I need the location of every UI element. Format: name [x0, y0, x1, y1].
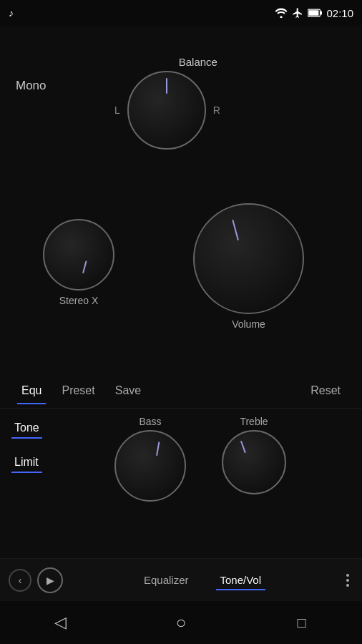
volume-group: Volume — [193, 203, 304, 330]
nav-tab-tonevol[interactable]: Tone/Vol — [206, 568, 276, 592]
balance-right-label: R — [213, 104, 220, 116]
sys-nav-back[interactable]: ◁ — [43, 605, 77, 640]
tab-reset[interactable]: Reset — [300, 377, 351, 404]
svg-rect-2 — [309, 10, 319, 16]
tab-save[interactable]: Save — [105, 377, 151, 404]
stereo-x-group: Stereo X — [43, 219, 114, 306]
stereo-label: Stereo X — [59, 295, 98, 306]
tab-tone[interactable]: Tone — [11, 416, 42, 440]
left-tabs: Tone Limit — [11, 416, 42, 474]
balance-knob[interactable] — [127, 71, 206, 150]
stereo-knob[interactable] — [43, 219, 114, 291]
sys-nav-recent[interactable]: □ — [285, 605, 319, 640]
tab-equ[interactable]: Equ — [11, 377, 52, 404]
status-bar-right: 02:10 — [275, 7, 353, 19]
bass-group: Bass — [114, 416, 186, 502]
play-button[interactable]: ▶ — [37, 567, 63, 593]
sys-nav-home[interactable]: ○ — [164, 605, 198, 640]
balance-left-label: L — [114, 104, 120, 116]
bass-knob[interactable] — [114, 430, 186, 502]
prev-button[interactable]: ‹ — [9, 569, 31, 592]
volume-knob[interactable] — [193, 203, 304, 314]
treble-group: Treble — [222, 416, 286, 494]
tab-limit[interactable]: Limit — [11, 450, 42, 474]
status-bar: ♪ 02:10 — [0, 0, 362, 26]
treble-label: Treble — [240, 416, 268, 427]
status-bar-left: ♪ — [9, 7, 14, 19]
tab-preset[interactable]: Preset — [52, 377, 104, 404]
volume-label: Volume — [232, 318, 265, 330]
balance-label: Balance — [179, 56, 217, 68]
airplane-icon — [292, 7, 303, 19]
wifi-icon — [275, 8, 288, 18]
app-icon: ♪ — [9, 7, 14, 19]
bass-label: Bass — [139, 416, 161, 427]
sys-nav-bar: ◁ ○ □ — [0, 601, 362, 644]
bottom-nav: ‹ ▶ Equalizer Tone/Vol — [0, 558, 362, 601]
svg-rect-1 — [321, 11, 322, 15]
more-button[interactable] — [342, 570, 353, 591]
status-time: 02:10 — [326, 7, 353, 19]
treble-knob[interactable] — [222, 430, 286, 494]
mono-label: Mono — [16, 79, 47, 93]
nav-tab-equalizer[interactable]: Equalizer — [129, 568, 203, 592]
eq-section: Equ Preset Save Reset Tone Lim — [0, 373, 362, 558]
battery-icon — [308, 8, 322, 18]
nav-tabs: Equalizer Tone/Vol — [69, 568, 336, 592]
eq-tabs-row: Equ Preset Save Reset — [0, 373, 362, 409]
balance-section: Balance L R — [114, 56, 220, 150]
